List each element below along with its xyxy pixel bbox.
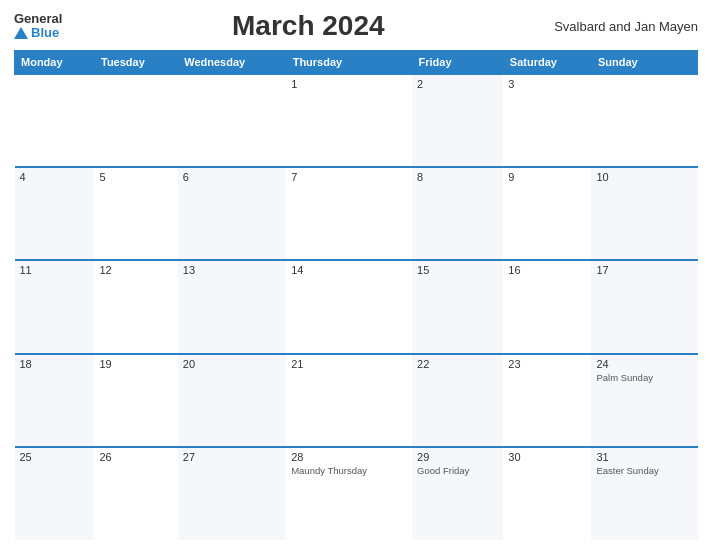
day-number: 17 — [596, 264, 692, 276]
week-row-5: 25262728Maundy Thursday29Good Friday3031… — [15, 447, 698, 540]
day-number: 15 — [417, 264, 498, 276]
day-number: 22 — [417, 358, 498, 370]
calendar-cell: 13 — [178, 260, 286, 353]
event-label: Good Friday — [417, 465, 498, 476]
event-label: Palm Sunday — [596, 372, 692, 383]
day-number: 14 — [291, 264, 407, 276]
calendar-cell: 21 — [286, 354, 412, 447]
calendar-cell: 17 — [591, 260, 697, 353]
calendar-cell: 23 — [503, 354, 591, 447]
calendar-cell — [591, 74, 697, 167]
week-row-3: 11121314151617 — [15, 260, 698, 353]
day-number: 2 — [417, 78, 498, 90]
calendar-title: March 2024 — [62, 10, 554, 42]
calendar-cell: 15 — [412, 260, 503, 353]
calendar-cell: 22 — [412, 354, 503, 447]
day-number: 20 — [183, 358, 281, 370]
calendar-cell: 6 — [178, 167, 286, 260]
day-number: 12 — [99, 264, 172, 276]
day-number: 30 — [508, 451, 586, 463]
day-number: 16 — [508, 264, 586, 276]
calendar-cell: 5 — [94, 167, 177, 260]
header-sunday: Sunday — [591, 51, 697, 75]
day-number: 4 — [20, 171, 90, 183]
header-monday: Monday — [15, 51, 95, 75]
calendar-header: General Blue March 2024 Svalbard and Jan… — [14, 10, 698, 42]
calendar-cell: 7 — [286, 167, 412, 260]
day-number: 18 — [20, 358, 90, 370]
day-number: 31 — [596, 451, 692, 463]
calendar-cell: 30 — [503, 447, 591, 540]
day-number: 10 — [596, 171, 692, 183]
calendar-cell: 25 — [15, 447, 95, 540]
calendar-cell — [178, 74, 286, 167]
calendar-cell: 11 — [15, 260, 95, 353]
day-number: 25 — [20, 451, 90, 463]
calendar-table: Monday Tuesday Wednesday Thursday Friday… — [14, 50, 698, 540]
calendar-cell: 8 — [412, 167, 503, 260]
calendar-cell — [15, 74, 95, 167]
calendar-cell: 1 — [286, 74, 412, 167]
calendar-cell: 14 — [286, 260, 412, 353]
calendar-cell: 4 — [15, 167, 95, 260]
week-row-2: 45678910 — [15, 167, 698, 260]
calendar-cell: 29Good Friday — [412, 447, 503, 540]
calendar-cell — [94, 74, 177, 167]
calendar-cell: 12 — [94, 260, 177, 353]
event-label: Easter Sunday — [596, 465, 692, 476]
event-label: Maundy Thursday — [291, 465, 407, 476]
day-number: 5 — [99, 171, 172, 183]
week-row-4: 18192021222324Palm Sunday — [15, 354, 698, 447]
header-thursday: Thursday — [286, 51, 412, 75]
calendar-cell: 20 — [178, 354, 286, 447]
calendar-cell: 10 — [591, 167, 697, 260]
calendar-cell: 3 — [503, 74, 591, 167]
day-number: 28 — [291, 451, 407, 463]
region-name: Svalbard and Jan Mayen — [554, 19, 698, 34]
calendar-cell: 24Palm Sunday — [591, 354, 697, 447]
day-number: 3 — [508, 78, 586, 90]
calendar-page: General Blue March 2024 Svalbard and Jan… — [0, 0, 712, 550]
header-saturday: Saturday — [503, 51, 591, 75]
week-row-1: 123 — [15, 74, 698, 167]
day-number: 29 — [417, 451, 498, 463]
day-number: 21 — [291, 358, 407, 370]
day-number: 19 — [99, 358, 172, 370]
day-number: 8 — [417, 171, 498, 183]
logo-blue-text: Blue — [14, 26, 59, 40]
calendar-cell: 27 — [178, 447, 286, 540]
calendar-cell: 19 — [94, 354, 177, 447]
calendar-cell: 31Easter Sunday — [591, 447, 697, 540]
calendar-cell: 28Maundy Thursday — [286, 447, 412, 540]
day-number: 24 — [596, 358, 692, 370]
day-number: 23 — [508, 358, 586, 370]
logo-general-text: General — [14, 12, 62, 26]
calendar-cell: 9 — [503, 167, 591, 260]
calendar-cell: 2 — [412, 74, 503, 167]
day-number: 7 — [291, 171, 407, 183]
header-friday: Friday — [412, 51, 503, 75]
day-number: 27 — [183, 451, 281, 463]
weekday-header-row: Monday Tuesday Wednesday Thursday Friday… — [15, 51, 698, 75]
logo-triangle-icon — [14, 27, 28, 39]
calendar-cell: 16 — [503, 260, 591, 353]
day-number: 1 — [291, 78, 407, 90]
day-number: 9 — [508, 171, 586, 183]
header-tuesday: Tuesday — [94, 51, 177, 75]
day-number: 26 — [99, 451, 172, 463]
header-wednesday: Wednesday — [178, 51, 286, 75]
day-number: 13 — [183, 264, 281, 276]
calendar-cell: 18 — [15, 354, 95, 447]
calendar-cell: 26 — [94, 447, 177, 540]
logo: General Blue — [14, 12, 62, 41]
day-number: 11 — [20, 264, 90, 276]
day-number: 6 — [183, 171, 281, 183]
